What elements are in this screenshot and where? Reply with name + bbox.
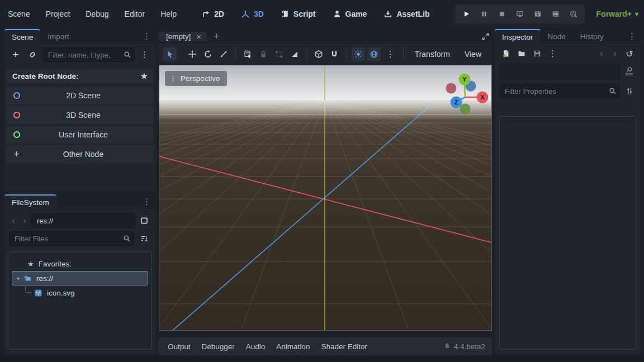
script-icon [281, 9, 290, 18]
ruler-icon [290, 50, 299, 59]
list-select-button[interactable] [241, 47, 254, 61]
workspace-3d[interactable]: 3D [241, 9, 264, 18]
tab-import[interactable]: Import [40, 29, 76, 44]
pause-button[interactable] [477, 7, 491, 21]
inspector-properties-area [499, 116, 636, 350]
history-forward-icon[interactable]: › [609, 49, 621, 59]
tab-inspector[interactable]: Inspector [495, 29, 541, 44]
group-icon [274, 50, 283, 59]
select-cursor-icon [165, 50, 174, 59]
instance-scene-button[interactable] [26, 48, 39, 61]
stop-button[interactable] [495, 7, 509, 21]
favorite-star-icon[interactable]: ★ [140, 72, 148, 80]
play-icon [462, 9, 471, 18]
view-menu[interactable]: View [458, 50, 487, 59]
new-scene-tab-button[interactable]: + [207, 31, 226, 42]
tab-node[interactable]: Node [541, 29, 573, 44]
workspace-assetlib[interactable]: AssetLib [383, 9, 429, 18]
folder-open-icon [517, 49, 526, 58]
bottom-tab-output[interactable]: Output [162, 342, 196, 351]
search-icon [122, 234, 131, 243]
file-row-icon-svg[interactable]: icon.svg [8, 285, 151, 300]
property-filter-input[interactable] [499, 84, 620, 98]
expand-options-button[interactable] [623, 84, 636, 98]
select-tool-button[interactable] [163, 47, 177, 61]
preview-options-icon[interactable]: ⋮ [383, 49, 398, 59]
bottom-tab-audio[interactable]: Audio [240, 342, 271, 351]
link-icon [28, 50, 37, 59]
bottom-tab-animation[interactable]: Animation [271, 342, 315, 351]
menu-editor[interactable]: Editor [125, 9, 145, 18]
inspector-menu-icon[interactable]: ⋮ [623, 31, 641, 41]
load-resource-button[interactable] [515, 47, 528, 60]
play-scene-button[interactable] [531, 7, 544, 21]
close-icon[interactable]: × [196, 32, 201, 41]
workspace-script[interactable]: Script [281, 9, 316, 18]
node-ui-icon [13, 131, 20, 138]
nav-back-icon[interactable]: ‹ [9, 216, 18, 226]
play-button[interactable] [460, 7, 473, 21]
filesystem-tabbar: FileSystem ⋮ [4, 194, 155, 209]
2d-icon [201, 9, 210, 18]
notification-bell-icon[interactable] [443, 342, 452, 351]
nav-forward-icon[interactable]: › [20, 216, 29, 226]
snap-mode-button[interactable] [328, 47, 341, 61]
renderer-selector[interactable]: Forward+ ▾ [596, 0, 638, 28]
favorites-row[interactable]: ★ Favorites: [8, 256, 151, 271]
create-user-interface-button[interactable]: User Interface [7, 126, 153, 144]
open-docs-button[interactable]: DOC [623, 65, 636, 78]
add-node-button[interactable]: + [9, 48, 22, 61]
create-2d-scene-button[interactable]: 2D Scene [7, 87, 153, 104]
menu-debug[interactable]: Debug [86, 9, 108, 18]
resource-options-icon[interactable]: ⋮ [546, 49, 559, 59]
split-mode-button[interactable] [138, 214, 151, 227]
workspace-2d[interactable]: 2D [201, 9, 224, 18]
filesystem-menu-icon[interactable]: ⋮ [138, 197, 155, 207]
ruler-mode-button[interactable] [288, 47, 301, 61]
search-icon [608, 87, 617, 96]
perspective-menu[interactable]: ⋮ Perspective [165, 71, 227, 86]
preview-environment-button[interactable] [367, 47, 381, 61]
workspace-game[interactable]: Game [333, 9, 367, 18]
tab-filesystem[interactable]: FileSystem [4, 194, 56, 209]
lock-selected-button[interactable] [257, 47, 270, 61]
scene-dock-menu-icon[interactable]: ⋮ [138, 31, 155, 41]
tab-scene[interactable]: Scene [4, 29, 40, 44]
file-filter-input[interactable] [9, 231, 134, 246]
group-selected-button[interactable] [272, 47, 286, 61]
preview-sun-button[interactable] [352, 47, 365, 61]
expand-viewport-button[interactable] [479, 30, 492, 43]
tree-collapse-icon[interactable]: ▾ [17, 275, 20, 282]
move-tool-button[interactable] [186, 47, 199, 61]
scene-tab-empty[interactable]: [empty] × [159, 32, 207, 41]
save-resource-button[interactable] [531, 47, 544, 60]
new-resource-button[interactable] [499, 47, 513, 60]
tab-history[interactable]: History [573, 29, 611, 44]
rotate-tool-button[interactable] [201, 47, 215, 61]
movie-maker-button[interactable] [567, 7, 580, 21]
scene-dock: Scene Import ⋮ + ⋮ Create Root Node: ★ 2… [4, 29, 155, 191]
menu-project[interactable]: Project [46, 9, 70, 18]
viewport-menu-dots-icon: ⋮ [169, 74, 177, 83]
scale-tool-button[interactable] [217, 47, 230, 61]
bottom-tab-shader-editor[interactable]: Shader Editor [315, 342, 373, 351]
history-back-icon[interactable]: ‹ [596, 49, 607, 59]
bottom-tab-debugger[interactable]: Debugger [196, 342, 240, 351]
path-input[interactable] [31, 213, 135, 228]
menu-scene[interactable]: Scene [8, 9, 30, 18]
transform-menu[interactable]: Transform [409, 50, 456, 59]
play-custom-scene-button[interactable] [549, 7, 562, 21]
create-other-node-button[interactable]: + Other Node [7, 145, 153, 163]
top-menu-bar: Scene Project Debug Editor Help 2D 3D Sc… [0, 0, 644, 28]
remote-debug-button[interactable] [513, 7, 527, 21]
sort-files-button[interactable] [138, 232, 151, 245]
create-3d-scene-button[interactable]: 3D Scene [7, 106, 153, 124]
object-history-icon[interactable]: ↺ [623, 49, 636, 59]
menu-help[interactable]: Help [160, 9, 177, 18]
save-icon [533, 49, 542, 58]
res-root-row[interactable]: ▾ res:// [12, 271, 148, 285]
scene-filter-input[interactable] [42, 47, 135, 62]
local-space-button[interactable] [312, 47, 325, 61]
viewport-3d[interactable]: Y X Z ⋮ Perspective [159, 65, 492, 331]
scene-tree-menu-icon[interactable]: ⋮ [138, 50, 151, 60]
